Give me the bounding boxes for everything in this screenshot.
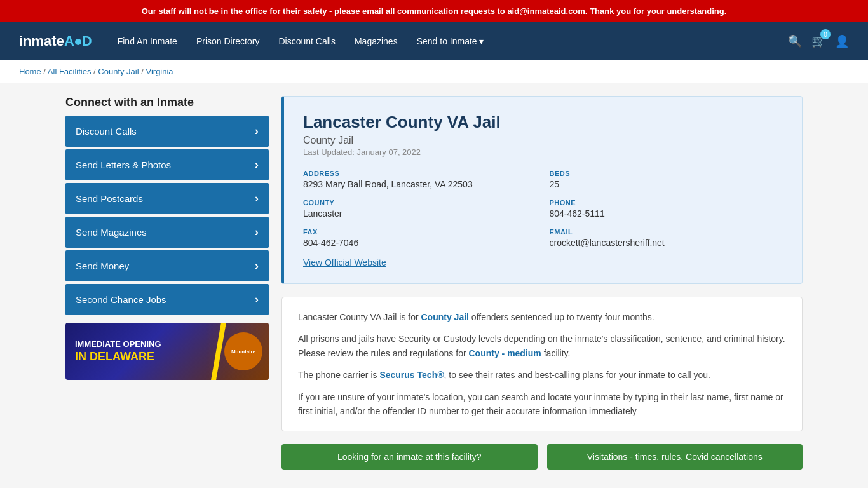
sidebar-send-money[interactable]: Send Money › xyxy=(65,250,269,281)
header: inmateAD Find An Inmate Prison Directory… xyxy=(0,22,868,60)
description-para4: If you are unsure of your inmate's locat… xyxy=(298,390,786,419)
facility-card: Lancaster County VA Jail County Jail Las… xyxy=(281,96,803,284)
main-nav: Find An Inmate Prison Directory Discount… xyxy=(118,36,788,46)
chevron-right-icon: › xyxy=(255,293,259,306)
county-jail-link[interactable]: County Jail xyxy=(421,312,469,322)
nav-prison-directory[interactable]: Prison Directory xyxy=(196,36,260,46)
ad-line1: IMMEDIATE OPENING xyxy=(75,339,161,350)
cart-icon[interactable]: 🛒 0 xyxy=(811,34,825,48)
logo-text: inmateAD xyxy=(19,33,92,50)
sidebar-send-letters[interactable]: Send Letters & Photos › xyxy=(65,149,269,180)
breadcrumb-county-jail[interactable]: County Jail xyxy=(98,67,139,76)
cart-badge: 0 xyxy=(820,29,831,39)
ad-logo: Mountaire xyxy=(224,332,262,370)
email-value: crockett@lancastersheriff.net xyxy=(550,238,783,248)
facility-type: County Jail xyxy=(303,135,783,146)
sidebar-send-magazines[interactable]: Send Magazines › xyxy=(65,217,269,248)
action-buttons: Looking for an inmate at this facility? … xyxy=(281,444,803,470)
ad-line2: IN DELAWARE xyxy=(75,350,161,363)
sidebar-discount-calls[interactable]: Discount Calls › xyxy=(65,116,269,147)
visitations-button[interactable]: Visitations - times, rules, Covid cancel… xyxy=(547,444,803,470)
chevron-right-icon: › xyxy=(255,226,259,239)
county-medium-link[interactable]: County - medium xyxy=(468,348,541,358)
facility-details: ADDRESS 8293 Mary Ball Road, Lancaster, … xyxy=(303,170,783,248)
description-para1: Lancaster County VA Jail is for County J… xyxy=(298,310,786,324)
main-container: Connect with an Inmate Discount Calls › … xyxy=(53,96,815,470)
official-website-link[interactable]: View Official Website xyxy=(303,257,386,268)
phone-value: 804-462-5111 xyxy=(550,208,783,219)
county-value: Lancaster xyxy=(303,208,537,219)
facility-name: Lancaster County VA Jail xyxy=(303,112,783,132)
detail-address: ADDRESS 8293 Mary Ball Road, Lancaster, … xyxy=(303,170,537,189)
fax-value: 804-462-7046 xyxy=(303,238,537,248)
address-value: 8293 Mary Ball Road, Lancaster, VA 22503 xyxy=(303,179,537,189)
nav-magazines[interactable]: Magazines xyxy=(355,36,398,46)
chevron-right-icon: › xyxy=(255,192,259,205)
email-label: EMAIL xyxy=(550,228,783,236)
ad-content: IMMEDIATE OPENING IN DELAWARE xyxy=(75,339,161,363)
nav-send-to-inmate[interactable]: Send to Inmate ▾ xyxy=(417,36,484,46)
county-label: COUNTY xyxy=(303,199,537,207)
nav-find-inmate[interactable]: Find An Inmate xyxy=(118,36,177,46)
chevron-right-icon: › xyxy=(255,158,259,172)
breadcrumb: Home / All Facilities / County Jail / Vi… xyxy=(19,67,849,76)
nav-icons: 🔍 🛒 0 👤 xyxy=(788,34,849,48)
chevron-right-icon: › xyxy=(255,259,259,273)
main-content: Lancaster County VA Jail County Jail Las… xyxy=(281,96,803,470)
ad-banner[interactable]: IMMEDIATE OPENING IN DELAWARE Mountaire xyxy=(65,323,269,380)
description-area: Lancaster County VA Jail is for County J… xyxy=(281,297,803,431)
detail-county: COUNTY Lancaster xyxy=(303,199,537,219)
beds-value: 25 xyxy=(550,179,783,189)
breadcrumb-all-facilities[interactable]: All Facilities xyxy=(48,67,92,76)
chevron-right-icon: › xyxy=(255,125,259,138)
breadcrumb-home[interactable]: Home xyxy=(19,67,41,76)
sidebar-send-postcards[interactable]: Send Postcards › xyxy=(65,183,269,214)
address-label: ADDRESS xyxy=(303,170,537,177)
alert-text: Our staff will not be in the office for … xyxy=(142,6,727,16)
beds-label: BEDS xyxy=(550,170,783,177)
nav-discount-calls[interactable]: Discount Calls xyxy=(278,36,335,46)
logo[interactable]: inmateAD xyxy=(19,33,92,50)
fax-label: FAX xyxy=(303,228,537,236)
breadcrumb-bar: Home / All Facilities / County Jail / Vi… xyxy=(0,60,868,83)
alert-banner: Our staff will not be in the office for … xyxy=(0,0,868,22)
description-para3: The phone carrier is Securus Tech®, to s… xyxy=(298,368,786,382)
facility-updated: Last Updated: January 07, 2022 xyxy=(303,147,783,157)
detail-email: EMAIL crockett@lancastersheriff.net xyxy=(550,228,783,248)
sidebar-second-chance[interactable]: Second Chance Jobs › xyxy=(65,284,269,315)
user-icon[interactable]: 👤 xyxy=(835,34,849,48)
detail-fax: FAX 804-462-7046 xyxy=(303,228,537,248)
facility-website: View Official Website xyxy=(303,257,783,268)
phone-label: PHONE xyxy=(550,199,783,207)
detail-beds: BEDS 25 xyxy=(550,170,783,189)
detail-phone: PHONE 804-462-5111 xyxy=(550,199,783,219)
looking-for-inmate-button[interactable]: Looking for an inmate at this facility? xyxy=(281,444,538,470)
description-para2: All prisons and jails have Security or C… xyxy=(298,332,786,360)
sidebar: Connect with an Inmate Discount Calls › … xyxy=(65,96,269,470)
breadcrumb-virginia[interactable]: Virginia xyxy=(146,67,173,76)
securus-tech-link[interactable]: Securus Tech® xyxy=(379,370,444,380)
search-icon[interactable]: 🔍 xyxy=(788,34,802,48)
sidebar-title: Connect with an Inmate xyxy=(65,96,269,109)
